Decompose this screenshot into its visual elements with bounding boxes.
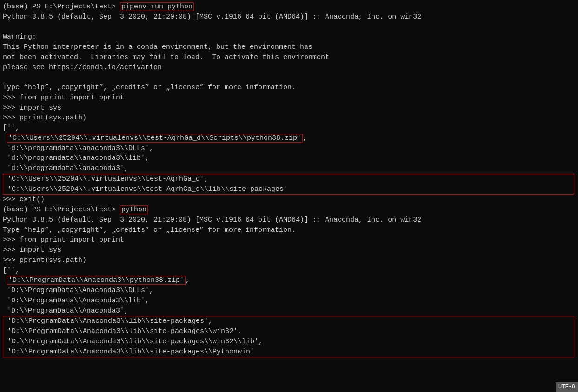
terminal-line: >>> pprint(sys.path) bbox=[3, 255, 575, 266]
path-highlight-block-2: 'D:\\ProgramData\\Anaconda3\\lib\\site-p… bbox=[3, 316, 574, 357]
terminal-line: >>> import sys bbox=[3, 103, 575, 113]
terminal-line: This Python interpreter is in a conda en… bbox=[3, 42, 575, 52]
terminal-line: please see https://conda.io/activation bbox=[3, 63, 575, 73]
terminal-line: >>> exit() bbox=[3, 195, 575, 205]
terminal-line: 'C:\\Users\\25294\\.virtualenvs\\test-Aq… bbox=[3, 184, 574, 195]
terminal-line: 'D:\\ProgramData\\Anaconda3\\lib\\site-p… bbox=[3, 316, 574, 327]
terminal-line: 'D:\\ProgramData\\Anaconda3', bbox=[3, 306, 575, 316]
terminal-line: 'D:\\ProgramData\\Anaconda3\\lib\\site-p… bbox=[3, 337, 574, 347]
path-highlight-block-1: 'C:\\Users\\25294\\.virtualenvs\\test-Aq… bbox=[3, 174, 574, 195]
terminal-line: >>> from pprint import pprint bbox=[3, 93, 575, 103]
terminal-line: 'D:\\ProgramData\\Anaconda3\\lib\\site-p… bbox=[3, 347, 574, 357]
terminal-line: 'D:\\ProgramData\\Anaconda3\\lib', bbox=[3, 296, 575, 306]
terminal-line: >>> from pprint import pprint bbox=[3, 235, 575, 245]
terminal-line: Type “help”, „copyright”, „credits” or „… bbox=[3, 83, 575, 93]
prompt-text: (base) PS E:\Projects\test> bbox=[3, 206, 120, 214]
terminal-line: (base) PS E:\Projects\test> pipenv run p… bbox=[3, 2, 575, 12]
terminal-line bbox=[3, 22, 575, 33]
encoding-label: UTF-8 bbox=[558, 384, 575, 390]
terminal-window: (base) PS E:\Projects\test> pipenv run p… bbox=[3, 2, 575, 390]
command-python: python bbox=[120, 205, 148, 214]
terminal-line: Type “help”, „copyright”, „credits” or „… bbox=[3, 225, 575, 235]
command-pipenv: pipenv run python bbox=[120, 2, 194, 11]
terminal-line: 'D:\\ProgramData\\Anaconda3\\python38.zi… bbox=[3, 275, 575, 286]
terminal-line: >>> import sys bbox=[3, 245, 575, 255]
terminal-line: not been activated. Libraries may fail t… bbox=[3, 52, 575, 63]
terminal-line: Warning: bbox=[3, 32, 575, 42]
terminal-line: (base) PS E:\Projects\test> python bbox=[3, 205, 575, 215]
terminal-line: ['', bbox=[3, 123, 575, 133]
terminal-line: 'd:\\programdata\\anaconda3\\DLLs', bbox=[3, 144, 575, 154]
terminal-line: Python 3.8.5 (default, Sep 3 2020, 21:29… bbox=[3, 12, 575, 22]
terminal-line: 'C:\\Users\\25294\\.virtualenvs\\test-Aq… bbox=[3, 133, 575, 144]
terminal-line: >>> pprint(sys.path) bbox=[3, 113, 575, 123]
terminal-line: 'C:\\Users\\25294\\.virtualenvs\\test-Aq… bbox=[3, 174, 574, 184]
terminal-line: ['', bbox=[3, 266, 575, 276]
terminal-line: 'D:\\ProgramData\\Anaconda3\\DLLs', bbox=[3, 286, 575, 296]
terminal-line: 'D:\\ProgramData\\Anaconda3\\lib\\site-p… bbox=[3, 327, 574, 337]
terminal-line bbox=[3, 72, 575, 83]
terminal-line: Python 3.8.5 (default, Sep 3 2020, 21:29… bbox=[3, 215, 575, 225]
terminal-line: 'd:\\programdata\\anaconda3\\lib', bbox=[3, 153, 575, 163]
path-highlight-1: 'C:\\Users\\25294\\.virtualenvs\\test-Aq… bbox=[7, 134, 303, 143]
path-highlight-2: 'D:\\ProgramData\\Anaconda3\\python38.zi… bbox=[7, 276, 186, 285]
prompt-text: (base) PS E:\Projects\test> bbox=[3, 3, 120, 11]
terminal-line: 'd:\\programdata\\anaconda3', bbox=[3, 163, 575, 174]
status-bar: UTF-8 bbox=[556, 382, 578, 392]
